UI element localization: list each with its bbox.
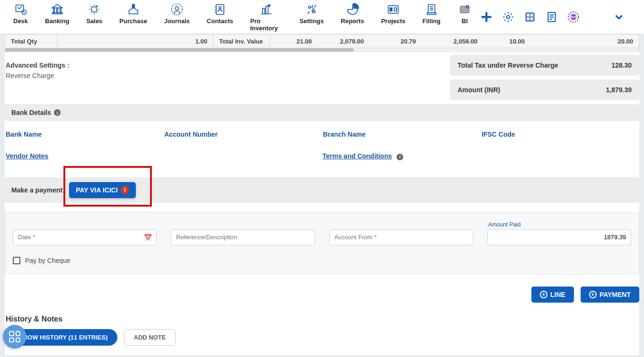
nav-sales[interactable]: Sales — [78, 0, 111, 34]
topbar-actions: NEW — [480, 11, 639, 23]
nav-bi[interactable]: BI — [449, 0, 480, 34]
total-qty-label: Total Qty — [5, 35, 57, 48]
vendor-notes-link[interactable]: Vendor Notes — [6, 152, 48, 160]
nav-reports[interactable]: Reports — [332, 0, 372, 34]
reference-input[interactable] — [171, 229, 315, 245]
svg-rect-2 — [53, 8, 54, 13]
svg-rect-28 — [530, 17, 533, 20]
svg-point-6 — [92, 7, 97, 12]
line-label: LINE — [550, 291, 565, 298]
gear-icon[interactable] — [502, 11, 514, 23]
totals-v3: 20.79 — [370, 35, 422, 48]
horizontal-scrollbar[interactable] — [5, 48, 639, 52]
summary-amount-card: Amount (INR) 1,879.39 — [450, 79, 639, 100]
svg-rect-16 — [390, 8, 392, 11]
inventory-icon — [259, 2, 273, 17]
date-input[interactable] — [13, 229, 157, 245]
calendar-icon[interactable]: 📅 — [144, 234, 152, 241]
svg-point-22 — [467, 6, 468, 7]
nav-label: Filling — [423, 17, 441, 25]
amount-paid-input[interactable] — [487, 229, 631, 245]
payment-button[interactable]: + PAYMENT — [581, 287, 639, 303]
payment-form: 📅 Amount Paid Pay by Cheque — [5, 212, 639, 274]
add-note-button[interactable]: ADD NOTE — [124, 329, 176, 346]
nav-label: Purchase — [119, 17, 147, 25]
info-icon[interactable]: i — [54, 109, 61, 116]
purchase-icon — [126, 2, 141, 17]
svg-rect-24 — [525, 12, 535, 22]
page-body: Total Qty 1.00 Total Inv. Value 21.00 2,… — [5, 34, 639, 355]
svg-rect-17 — [394, 8, 397, 11]
spacer-label — [330, 221, 473, 228]
nav-filling[interactable]: Filling — [414, 0, 449, 34]
svg-rect-4 — [60, 8, 61, 13]
nav-label: Pro Inventory — [250, 17, 282, 32]
settings-icon — [305, 2, 319, 17]
spacer-label — [172, 221, 315, 228]
calculator-icon[interactable] — [524, 11, 536, 23]
summary-cards: Total Tax under Reverse Charge 128.30 Am… — [450, 55, 639, 104]
svg-point-23 — [507, 15, 510, 18]
bank-details-section: Bank Details i — [5, 104, 639, 121]
spacer-label — [14, 221, 157, 228]
document-icon[interactable] — [546, 11, 558, 23]
totals-v4: 2,058.00 — [422, 35, 483, 48]
icici-icon: i — [121, 186, 129, 194]
totals-v1: 21.00 — [270, 35, 318, 48]
nav-items: Desk Banking Sales Purchase Journals Con… — [5, 0, 480, 34]
plus-icon: + — [540, 291, 547, 298]
svg-rect-27 — [527, 17, 529, 20]
total-inv-label: Total Inv. Value — [213, 35, 270, 48]
journals-icon — [170, 2, 184, 17]
summary-tax-value: 128.30 — [611, 61, 632, 69]
checkbox-icon[interactable] — [13, 257, 20, 264]
nav-desk[interactable]: Desk — [5, 0, 36, 34]
pay-by-cheque-label: Pay by Cheque — [25, 257, 71, 264]
ifsc-code-header: IFSC Code — [481, 131, 639, 138]
nav-projects[interactable]: Projects — [372, 0, 414, 34]
nav-journals[interactable]: Journals — [156, 0, 198, 34]
nav-label: Journals — [164, 17, 190, 25]
account-number-header: Account Number — [163, 131, 322, 138]
svg-rect-26 — [530, 14, 533, 16]
info-icon[interactable]: i — [397, 154, 403, 160]
pay-by-cheque-row[interactable]: Pay by Cheque — [13, 257, 631, 264]
reports-icon — [345, 2, 360, 17]
summary-amount-label: Amount (INR) — [458, 86, 500, 94]
plus-icon: + — [589, 291, 597, 298]
action-buttons: + LINE + PAYMENT — [5, 287, 639, 303]
account-from-input[interactable] — [329, 229, 473, 245]
chevron-down-icon[interactable] — [613, 11, 625, 23]
svg-rect-3 — [57, 8, 58, 13]
totals-v2: 2,079.00 — [318, 35, 370, 48]
new-badge-icon[interactable]: NEW — [567, 11, 580, 23]
floating-apps-button[interactable] — [3, 325, 26, 348]
desk-icon — [14, 2, 28, 17]
contacts-icon — [213, 2, 227, 17]
bank-details-title: Bank Details — [11, 109, 51, 116]
top-navbar: Desk Banking Sales Purchase Journals Con… — [0, 0, 644, 34]
pay-via-icici-button[interactable]: PAY VIA ICICI i — [69, 182, 136, 198]
pay-icici-label: PAY VIA ICICI — [76, 186, 118, 194]
nav-label: BI — [462, 17, 468, 25]
nav-label: Desk — [13, 17, 28, 25]
line-button[interactable]: + LINE — [531, 287, 574, 303]
nav-settings[interactable]: Settings — [291, 0, 332, 34]
projects-icon — [386, 2, 400, 17]
svg-point-12 — [219, 7, 221, 9]
nav-pro-inventory[interactable]: Pro Inventory — [242, 0, 291, 34]
terms-conditions-link[interactable]: Terms and Conditions — [323, 152, 392, 160]
nav-banking[interactable]: Banking — [36, 0, 78, 34]
nav-label: Reports — [341, 17, 364, 25]
svg-point-9 — [176, 7, 179, 10]
add-icon[interactable] — [480, 11, 493, 23]
history-notes-title: History & Notes — [5, 315, 639, 323]
svg-rect-19 — [427, 13, 436, 15]
nav-contacts[interactable]: Contacts — [198, 0, 242, 34]
summary-tax-card: Total Tax under Reverse Charge 128.30 — [450, 55, 639, 76]
nav-purchase[interactable]: Purchase — [111, 0, 156, 34]
make-payment-section: Make a payment PAY VIA ICICI i — [5, 177, 639, 203]
filling-icon — [424, 2, 439, 17]
svg-point-7 — [96, 5, 98, 7]
grid-icon — [9, 331, 20, 342]
